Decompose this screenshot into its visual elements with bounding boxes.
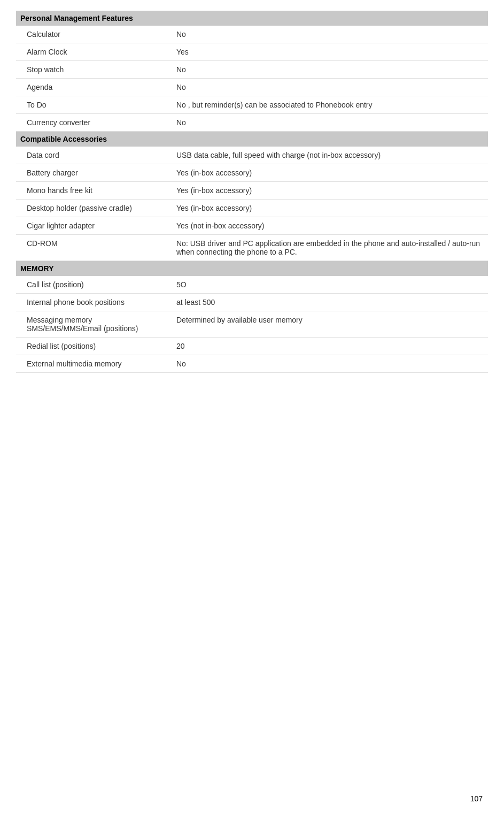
spec-table: Personal Management FeaturesCalculatorNo… [16,11,488,373]
feature-value: No [166,61,488,79]
table-row: Mono hands free kitYes (in-box accessory… [16,182,488,200]
section-title-empty-personal-management [166,11,488,26]
feature-label: Internal phone book positions [16,294,166,311]
feature-label: Currency converter [16,114,166,132]
feature-value: No [166,79,488,96]
feature-value: 5O [166,276,488,294]
feature-value: No [166,114,488,132]
table-row: Cigar lighter adapterYes (not in-box acc… [16,217,488,235]
table-row: Data cordUSB data cable, full speed with… [16,147,488,164]
feature-label: Stop watch [16,61,166,79]
feature-label: Alarm Clock [16,43,166,61]
feature-label: Calculator [16,26,166,43]
section-title-memory: MEMORY [16,261,166,277]
feature-value: at least 500 [166,294,488,311]
page-number: 107 [470,794,483,803]
table-row: Redial list (positions)20 [16,338,488,355]
feature-label: Battery charger [16,164,166,182]
section-title-empty-memory [166,261,488,277]
feature-label: Agenda [16,79,166,96]
section-header-memory: MEMORY [16,261,488,277]
table-row: To DoNo , but reminder(s) can be associa… [16,96,488,114]
table-row: Battery chargerYes (in-box accessory) [16,164,488,182]
table-row: Desktop holder (passive cradle)Yes (in-b… [16,200,488,217]
feature-label: Messaging memory SMS/EMS/MMS/Email (posi… [16,311,166,338]
feature-value: Determined by available user memory [166,311,488,338]
section-title-personal-management: Personal Management Features [16,11,166,26]
feature-value: No , but reminder(s) can be associated t… [166,96,488,114]
section-title-compatible-accessories: Compatible Accessories [16,132,166,147]
feature-value: Yes (not in-box accessory) [166,217,488,235]
feature-label: Call list (position) [16,276,166,294]
feature-value: No: USB driver and PC application are em… [166,235,488,261]
table-row: External multimedia memoryNo [16,355,488,373]
table-row: CD-ROMNo: USB driver and PC application … [16,235,488,261]
feature-label: Cigar lighter adapter [16,217,166,235]
section-header-personal-management: Personal Management Features [16,11,488,26]
table-row: Messaging memory SMS/EMS/MMS/Email (posi… [16,311,488,338]
table-row: Internal phone book positionsat least 50… [16,294,488,311]
feature-value: 20 [166,338,488,355]
feature-value: Yes (in-box accessory) [166,182,488,200]
feature-value: Yes [166,43,488,61]
feature-label: Mono hands free kit [16,182,166,200]
feature-label: To Do [16,96,166,114]
table-row: AgendaNo [16,79,488,96]
feature-label: CD-ROM [16,235,166,261]
feature-value: No [166,26,488,43]
table-row: Alarm ClockYes [16,43,488,61]
feature-value: USB data cable, full speed with charge (… [166,147,488,164]
feature-value: No [166,355,488,373]
feature-label: External multimedia memory [16,355,166,373]
table-row: Call list (position)5O [16,276,488,294]
section-title-empty-compatible-accessories [166,132,488,147]
feature-value: Yes (in-box accessory) [166,200,488,217]
feature-label: Data cord [16,147,166,164]
section-header-compatible-accessories: Compatible Accessories [16,132,488,147]
page-container: Personal Management FeaturesCalculatorNo… [0,0,504,384]
table-row: Currency converterNo [16,114,488,132]
feature-label: Desktop holder (passive cradle) [16,200,166,217]
feature-value: Yes (in-box accessory) [166,164,488,182]
table-row: Stop watchNo [16,61,488,79]
table-row: CalculatorNo [16,26,488,43]
feature-label: Redial list (positions) [16,338,166,355]
